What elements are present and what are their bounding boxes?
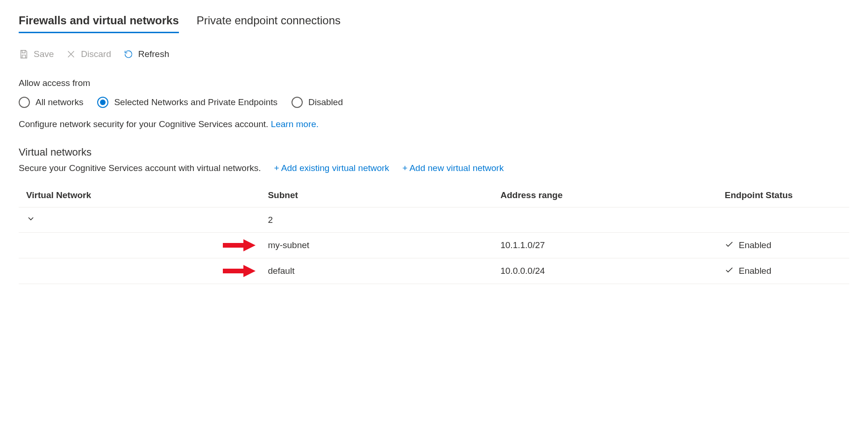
radio-icon <box>292 97 303 108</box>
endpoint-status: Enabled <box>739 240 771 250</box>
radio-disabled[interactable]: Disabled <box>292 97 343 108</box>
vnet-table: Virtual Network Subnet Address range End… <box>19 184 849 284</box>
toolbar: Save Discard Refresh <box>19 49 849 59</box>
svg-rect-0 <box>223 243 243 248</box>
table-group-row[interactable]: 2 <box>19 207 849 233</box>
discard-button[interactable]: Discard <box>66 49 111 59</box>
radio-all-networks[interactable]: All networks <box>19 97 83 108</box>
table-row[interactable]: my-subnet 10.1.1.0/27 Enabled <box>19 233 849 258</box>
check-icon <box>725 240 734 251</box>
col-header-status: Endpoint Status <box>725 184 849 207</box>
subnet-name: default <box>268 266 294 276</box>
virtual-networks-secure-text: Secure your Cognitive Services account w… <box>19 163 261 173</box>
refresh-button[interactable]: Refresh <box>123 49 170 59</box>
subnet-name: my-subnet <box>268 240 309 250</box>
svg-rect-2 <box>223 269 243 273</box>
network-security-description: Configure network security for your Cogn… <box>19 119 849 129</box>
learn-more-link[interactable]: Learn more. <box>271 119 319 129</box>
allow-access-radio-group: All networks Selected Networks and Priva… <box>19 97 849 108</box>
arrow-right-icon <box>223 265 256 277</box>
save-icon <box>19 49 29 59</box>
radio-selected-networks-label: Selected Networks and Private Endpoints <box>114 97 277 107</box>
col-header-vnet: Virtual Network <box>19 184 268 207</box>
radio-selected-networks[interactable]: Selected Networks and Private Endpoints <box>97 97 277 108</box>
svg-marker-3 <box>243 265 256 277</box>
add-new-vnet-link[interactable]: + Add new virtual network <box>402 163 504 173</box>
chevron-down-icon <box>26 214 36 226</box>
svg-marker-1 <box>243 239 256 251</box>
arrow-right-icon <box>223 239 256 251</box>
tab-private-endpoints[interactable]: Private endpoint connections <box>197 14 341 33</box>
group-subnet-count: 2 <box>268 207 500 233</box>
description-text: Configure network security for your Cogn… <box>19 119 271 129</box>
address-range: 10.1.1.0/27 <box>500 233 725 258</box>
refresh-icon <box>123 49 134 59</box>
radio-all-networks-label: All networks <box>36 97 83 107</box>
tabs-bar: Firewalls and virtual networks Private e… <box>19 14 849 33</box>
endpoint-status: Enabled <box>739 266 771 276</box>
tab-firewalls[interactable]: Firewalls and virtual networks <box>19 14 179 33</box>
check-icon <box>725 265 734 277</box>
address-range: 10.0.0.0/24 <box>500 258 725 284</box>
discard-label: Discard <box>81 49 111 59</box>
virtual-networks-actions: Secure your Cognitive Services account w… <box>19 163 849 173</box>
add-existing-vnet-link[interactable]: + Add existing virtual network <box>274 163 390 173</box>
save-label: Save <box>34 49 54 59</box>
radio-disabled-label: Disabled <box>308 97 343 107</box>
radio-icon <box>97 97 108 108</box>
refresh-label: Refresh <box>138 49 170 59</box>
close-icon <box>66 49 76 59</box>
allow-access-label: Allow access from <box>19 78 849 88</box>
col-header-subnet: Subnet <box>268 184 500 207</box>
save-button[interactable]: Save <box>19 49 54 59</box>
col-header-addr: Address range <box>500 184 725 207</box>
virtual-networks-heading: Virtual networks <box>19 146 849 158</box>
table-row[interactable]: default 10.0.0.0/24 Enabled <box>19 258 849 284</box>
radio-icon <box>19 97 30 108</box>
